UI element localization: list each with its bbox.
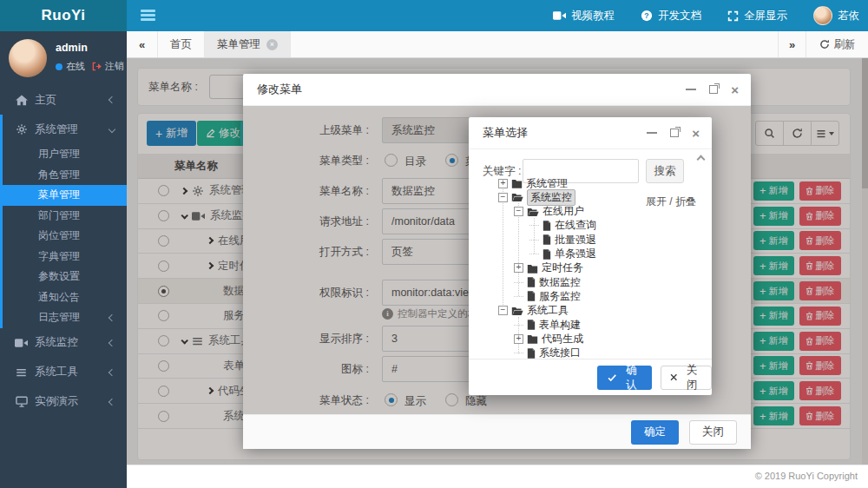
tree-node-label[interactable]: 代码生成 [542,332,583,346]
tree-node[interactable]: 系统接口 [514,346,581,359]
tree-node-label[interactable]: 系统监控 [527,189,575,206]
chevron-left-icon [108,398,115,405]
tree-node[interactable]: 批量强退 [529,233,596,247]
close-icon[interactable]: × [692,127,700,140]
app-logo: RuoYi [0,0,127,31]
close-button[interactable]: 关闭 [689,420,737,445]
sidebar-subitem-1-0[interactable]: 用户管理 [3,144,127,165]
tree-expander-plus-icon[interactable]: + [514,263,523,273]
sidebar-toggle-icon[interactable] [141,10,155,22]
tree-node-label[interactable]: 服务监控 [539,289,581,304]
tree-expander-minus-icon[interactable]: − [498,306,508,315]
close-button[interactable]: 关闭 [661,366,712,390]
file-icon [527,277,536,287]
tree-node[interactable]: +系统管理 [498,176,568,190]
topnav-link-2[interactable]: 全屏显示 [727,9,787,23]
tree-node[interactable]: +定时任务 [514,261,583,275]
tree-expander-minus-icon[interactable]: − [514,207,523,216]
confirm-button[interactable]: 确定 [631,420,679,445]
sidebar-item-4[interactable]: 实例演示 [0,387,127,417]
tree-line [529,240,539,241]
confirm-button[interactable]: 确认 [597,366,652,390]
close-icon[interactable]: × [731,83,739,96]
sidebar-group-2: 系统监控 [0,328,127,358]
sidebar-subitem-1-2[interactable]: 菜单管理 [3,185,127,206]
tree-expander-plus-icon[interactable]: + [498,179,508,188]
check-icon [608,373,616,382]
topnav-label: 开发文档 [658,9,701,23]
sidebar-item-label: 主页 [35,93,56,108]
topnav-link-0[interactable]: 视频教程 [553,9,615,23]
tree-node-label[interactable]: 在线查询 [555,218,596,233]
sidebar-item-2[interactable]: 系统监控 [0,328,127,358]
refresh-icon [819,39,830,49]
tree-expander-plus-icon[interactable]: + [514,334,523,344]
svg-text:?: ? [644,11,648,20]
tree-node[interactable]: −在线用户 [514,205,584,219]
tree-node-label[interactable]: 批量强退 [555,233,596,247]
tree-node[interactable]: 服务监控 [514,289,581,303]
sidebar-item-label: 系统监控 [35,335,78,350]
sidebar-subitem-1-5[interactable]: 字典管理 [3,247,127,267]
gear-icon [15,123,28,135]
tree-node[interactable]: 单条强退 [529,247,596,261]
menu-select-modal: 菜单选择 × 关键字 : 搜索 展开 / 折叠 +系统管理−系统监控−在线用户在… [469,117,712,395]
sidebar-subitem-1-4[interactable]: 岗位管理 [3,226,127,247]
chevron-left-icon [108,314,115,321]
tree-node-label[interactable]: 定时任务 [542,260,583,275]
refresh-tab-button[interactable]: 刷新 [806,31,868,57]
tabs-scroll-left-icon[interactable]: « [127,31,158,57]
topnav-link-1[interactable]: ?开发文档 [641,9,701,23]
tree-node-label[interactable]: 系统工具 [527,303,569,318]
tree-node-label[interactable]: 系统接口 [539,346,581,359]
search-button[interactable]: 搜索 [646,159,684,183]
sidebar-item-0[interactable]: 主页 [0,85,127,115]
sidebar-group-0: 主页 [0,85,127,115]
file-icon [527,320,536,330]
logout-link[interactable]: 注销 [105,60,124,73]
home-icon [15,95,28,106]
maximize-icon[interactable] [709,85,718,94]
user-menu[interactable]: 若依 [813,6,859,25]
maximize-icon[interactable] [670,129,679,137]
sidebar-subitem-1-7[interactable]: 通知公告 [3,287,127,308]
tree-line [514,353,523,353]
online-dot-icon [56,63,62,70]
tree-node-label[interactable]: 数据监控 [539,275,581,290]
sidebar-subitem-1-1[interactable]: 角色管理 [3,165,127,186]
tree-node-label[interactable]: 单条强退 [555,247,596,261]
tree-node[interactable]: −系统监控 [498,190,575,204]
minimize-icon[interactable] [647,132,657,134]
sidebar-subitem-1-6[interactable]: 参数设置 [3,267,127,287]
tab-close-icon[interactable]: × [266,39,278,50]
avatar[interactable] [9,39,47,77]
sidebar-item-1[interactable]: 系统管理 [3,115,127,144]
sidebar-item-label: 系统工具 [35,365,78,379]
tree-node[interactable]: 表单构建 [514,318,581,332]
tree-node-label[interactable]: 在线用户 [542,204,584,219]
tree-line [514,282,523,283]
folder-closed [527,333,538,344]
tabs-scroll-right-icon[interactable]: » [778,31,806,57]
monitor-icon [15,338,28,348]
tab-0[interactable]: 首页 [158,31,205,57]
scroll-up-icon[interactable] [697,155,706,164]
expand-collapse-link[interactable]: 展开 / 折叠 [646,195,696,209]
tree-node-label[interactable]: 系统管理 [526,176,568,191]
tree-expander-minus-icon[interactable]: − [498,193,508,202]
modal-title: 菜单选择 [483,126,528,139]
file-icon [527,348,536,359]
tree-node-label[interactable]: 表单构建 [539,318,581,333]
tree-node[interactable]: 在线查询 [529,219,596,233]
tree-node[interactable]: −系统工具 [498,304,569,318]
sidebar-subitem-1-3[interactable]: 部门管理 [3,206,127,227]
tab-1[interactable]: 菜单管理× [205,31,291,57]
tree-node[interactable]: +代码生成 [514,332,583,346]
tree-node[interactable]: 数据监控 [514,275,581,289]
sidebar-subitem-1-8[interactable]: 日志管理 [3,307,127,328]
tree-line [514,325,523,326]
minimize-icon[interactable] [686,89,696,90]
file-icon [542,221,551,231]
copyright: © 2019 RuoYi Copyright [127,465,868,488]
sidebar-item-3[interactable]: 系统工具 [0,358,127,387]
